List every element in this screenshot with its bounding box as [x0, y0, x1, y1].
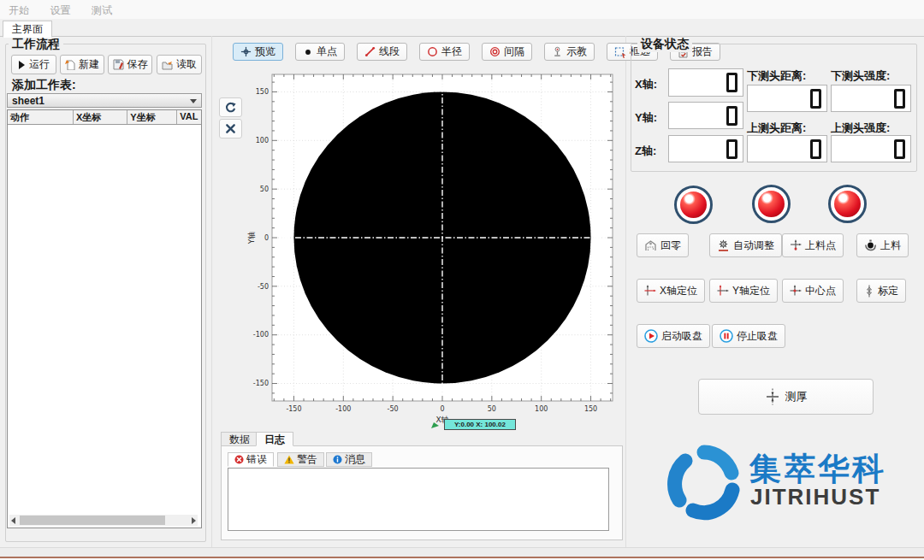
led-ball-icon [834, 191, 861, 217]
center-point-button[interactable]: 中心点 [782, 279, 844, 303]
auto-adjust-button[interactable]: 自动调整 [709, 233, 782, 257]
col-y: Y坐标 [127, 110, 177, 124]
radius-button[interactable]: 半径 [419, 43, 470, 61]
menu-test[interactable]: 测试 [83, 0, 121, 18]
chart-reset-button[interactable] [219, 97, 242, 117]
x-axis-label: X轴: [635, 77, 657, 92]
preview-label: 预览 [255, 44, 275, 59]
center-point-icon [790, 285, 802, 297]
svg-text:-150: -150 [253, 380, 269, 387]
scroll-right-icon[interactable] [192, 517, 196, 524]
segment-label: 线段 [379, 44, 400, 59]
probe-icon [552, 46, 563, 57]
cursor-readout: Y:0.00 X: 100.02 [444, 419, 516, 430]
gear-icon [717, 239, 730, 252]
table-hscrollbar[interactable] [9, 515, 198, 526]
scroll-left-icon[interactable] [11, 517, 15, 524]
tab-error[interactable]: 错误 [228, 452, 274, 467]
tab-data[interactable]: 数据 [221, 432, 258, 446]
y-axis-label: Y轴: [635, 110, 657, 126]
workflow-table-header: 动作 X坐标 Y坐标 VAL [8, 110, 201, 125]
led-ball-icon [680, 192, 707, 218]
status-led-2 [752, 185, 791, 223]
svg-text:50: 50 [260, 186, 269, 193]
preview-crosshair-icon [240, 46, 252, 57]
x-axis-locate-icon [644, 285, 656, 297]
menu-settings[interactable]: 设置 [41, 0, 79, 18]
concentric-circles-icon [489, 46, 500, 57]
scrollbar-thumb[interactable] [20, 516, 165, 525]
col-action: 动作 [8, 110, 74, 124]
workflow-table[interactable]: 动作 X坐标 Y坐标 VAL [7, 109, 202, 528]
svg-text:-100: -100 [253, 331, 269, 339]
single-point-button[interactable]: 单点 [295, 43, 345, 61]
interval-button[interactable]: 间隔 [482, 43, 532, 61]
new-file-icon [65, 59, 75, 70]
start-suction-button[interactable]: 启动吸盘 [637, 324, 710, 348]
log-textarea[interactable] [228, 468, 609, 531]
col-val: VAL [177, 110, 201, 124]
segment-button[interactable]: 线段 [357, 43, 407, 61]
play-circle-icon [644, 329, 658, 343]
wafer-chart[interactable]: -150-100-50050100150-150-100-50050100150… [246, 71, 616, 432]
y-locate-label: Y轴定位 [732, 284, 770, 298]
save-icon [113, 59, 124, 70]
run-label: 运行 [29, 57, 50, 72]
status-led-3 [828, 185, 867, 223]
x-locate-label: X轴定位 [660, 284, 697, 298]
feed-button[interactable]: 上料 [856, 233, 909, 257]
y-locate-button[interactable]: Y轴定位 [709, 279, 778, 303]
tab-message[interactable]: 消息 [326, 452, 372, 467]
teach-button[interactable]: 示教 [544, 43, 595, 61]
dashed-box-icon [614, 46, 626, 58]
info-icon [333, 455, 342, 464]
tab-bar [0, 19, 924, 37]
load-button[interactable]: 读取 [157, 55, 202, 74]
calibrate-label: 标定 [878, 284, 898, 298]
calibrate-button[interactable]: 标定 [856, 279, 906, 303]
home-label: 回零 [660, 239, 681, 253]
close-icon [225, 123, 236, 134]
thickness-button[interactable]: 测厚 [698, 379, 874, 415]
start-suction-label: 启动吸盘 [661, 329, 702, 344]
circle-icon [427, 46, 438, 57]
cursor-arrow-icon [431, 422, 440, 429]
svg-text:-50: -50 [388, 405, 399, 413]
workflow-title: 工作流程 [9, 37, 63, 52]
divider-left [211, 36, 212, 547]
led-ball-icon [758, 191, 785, 217]
main-window: 开始 设置 测试 主界面 工作流程 运行 新建 保存 读取 添加工作表: [0, 0, 924, 560]
lower-distance-label: 下测头距离: [747, 68, 806, 84]
line-segment-icon [364, 46, 376, 57]
tab-warning[interactable]: 警告 [277, 452, 324, 467]
stop-suction-button[interactable]: 停止吸盘 [712, 324, 785, 348]
chart-clear-button[interactable] [219, 119, 242, 139]
home-gantry-icon [644, 239, 657, 251]
x-locate-button[interactable]: X轴定位 [637, 279, 705, 303]
tab-main-page[interactable]: 主界面 [3, 21, 52, 38]
home-button[interactable]: 回零 [637, 233, 689, 257]
upper-distance-display: 0 [747, 135, 827, 162]
message-label: 消息 [345, 453, 365, 466]
svg-text:0: 0 [264, 234, 269, 242]
add-sheet-label: 添加工作表: [9, 78, 80, 93]
upper-distance-value: 0 [810, 139, 821, 159]
preview-button[interactable]: 预览 [233, 43, 283, 61]
sheet-select[interactable]: sheet1 [7, 93, 202, 108]
wafer-chart-canvas[interactable]: -150-100-50050100150-150-100-50050100150… [246, 71, 616, 432]
warning-icon [284, 455, 294, 464]
teach-label: 示教 [566, 44, 587, 59]
menu-start[interactable]: 开始 [0, 0, 38, 18]
tab-log[interactable]: 日志 [256, 432, 293, 446]
y-axis-locate-icon [717, 285, 729, 297]
run-button[interactable]: 运行 [11, 55, 56, 74]
feed-point-button[interactable]: 上料点 [782, 233, 844, 257]
save-button[interactable]: 保存 [108, 55, 152, 74]
upper-intensity-display: 0 [831, 135, 911, 162]
lower-intensity-value: 0 [894, 89, 905, 109]
radius-label: 半径 [441, 44, 462, 59]
new-button[interactable]: 新建 [60, 55, 104, 74]
divider-right [625, 36, 626, 547]
center-point-label: 中心点 [805, 284, 836, 298]
new-label: 新建 [79, 57, 99, 72]
